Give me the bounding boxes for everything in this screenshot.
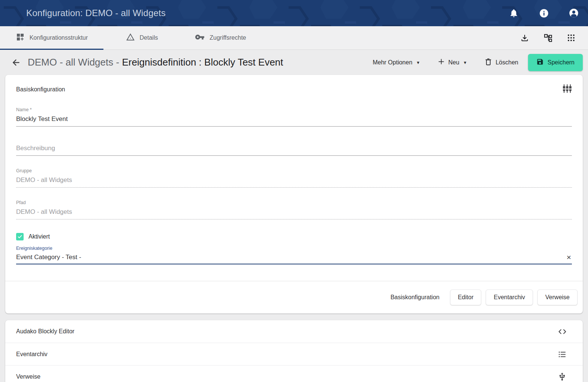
account-icon[interactable] — [569, 8, 579, 18]
activated-label: Aktiviert — [28, 233, 50, 240]
clear-icon[interactable]: × — [566, 253, 572, 261]
expansion-panels-card: Audako Blockly Editor Eventarchiv Verwei… — [5, 320, 583, 382]
panel-verweise[interactable]: Verweise — [5, 365, 583, 382]
nav-button-eventarchiv[interactable]: Eventarchiv — [486, 289, 533, 305]
section-title: Basiskonfiguration — [16, 86, 65, 93]
event-category-input[interactable] — [16, 254, 566, 261]
checkbox-checked-icon[interactable] — [16, 233, 24, 240]
name-field-group: Name * — [16, 107, 572, 127]
panel-audako-blockly-editor[interactable]: Audako Blockly Editor — [5, 320, 583, 343]
nav-button-verweise[interactable]: Verweise — [537, 289, 578, 305]
event-category-label: Ereigniskategorie — [16, 246, 572, 251]
app-title: Konfiguration: DEMO - all Widgets — [26, 8, 166, 18]
tab-label: Details — [140, 34, 158, 41]
list-icon — [557, 349, 567, 359]
group-input — [16, 176, 572, 188]
tab-label: Zugriffsrechte — [209, 34, 246, 41]
nav-button-editor[interactable]: Editor — [450, 289, 482, 305]
page-title: DEMO - all Widgets - Ereignisdefinition … — [28, 57, 283, 68]
event-category-field-group: Ereigniskategorie × — [16, 246, 572, 264]
more-options-button[interactable]: Mehr Optionen ▼ — [370, 55, 422, 70]
path-field-group: Pfad — [16, 200, 572, 219]
warning-triangle-icon — [126, 33, 135, 43]
info-icon[interactable] — [539, 8, 549, 18]
chevron-down-icon: ▼ — [416, 60, 420, 65]
delete-button[interactable]: Löschen — [482, 54, 521, 71]
code-icon — [557, 327, 567, 336]
tree-structure-icon[interactable] — [543, 33, 553, 43]
page-toolbar: DEMO - all Widgets - Ereignisdefinition … — [0, 50, 588, 75]
description-field-group — [16, 144, 572, 156]
panel-eventarchiv[interactable]: Eventarchiv — [5, 343, 583, 365]
breadcrumb: DEMO - all Widgets - — [28, 57, 122, 68]
settings-input-icon[interactable] — [563, 84, 572, 95]
back-arrow-icon[interactable] — [10, 56, 22, 69]
tab-bar: Konfigurationsstruktur Details Zugriffsr… — [0, 26, 588, 50]
app-header: Konfiguration: DEMO - all Widgets — [0, 0, 588, 26]
path-input — [16, 207, 572, 219]
new-button[interactable]: Neu ▼ — [435, 54, 469, 71]
chevron-down-icon: ▼ — [463, 60, 467, 65]
description-input[interactable] — [16, 144, 572, 156]
trash-icon — [484, 58, 492, 67]
plus-icon — [437, 58, 445, 67]
download-icon[interactable] — [520, 33, 530, 43]
tab-zugriffsrechte[interactable]: Zugriffsrechte — [180, 26, 261, 49]
group-field-group: Gruppe — [16, 168, 572, 188]
dashboard-customize-icon — [16, 33, 25, 43]
usb-icon — [557, 372, 567, 382]
tab-label: Konfigurationsstruktur — [30, 34, 88, 41]
group-label: Gruppe — [16, 168, 572, 173]
save-floppy-icon — [536, 58, 544, 67]
save-button[interactable]: Speichern — [528, 54, 583, 71]
bell-icon[interactable] — [509, 8, 519, 18]
entity-title: Ereignisdefinition : Blockly Test Event — [122, 57, 283, 68]
name-input[interactable] — [16, 115, 572, 127]
tab-konfigurationsstruktur[interactable]: Konfigurationsstruktur — [0, 26, 103, 49]
apps-grid-icon[interactable] — [566, 33, 576, 43]
basiskonfiguration-card: Basiskonfiguration Name * Gruppe Pfad — [5, 75, 583, 313]
path-label: Pfad — [16, 200, 572, 205]
key-icon — [195, 32, 205, 43]
section-nav-footer: Basiskonfiguration Editor Eventarchiv Ve… — [5, 281, 583, 313]
name-label: Name * — [16, 107, 572, 112]
activated-checkbox-row[interactable]: Aktiviert — [16, 233, 572, 240]
tab-details[interactable]: Details — [103, 26, 180, 49]
nav-label-basiskonfiguration: Basiskonfiguration — [391, 294, 440, 301]
